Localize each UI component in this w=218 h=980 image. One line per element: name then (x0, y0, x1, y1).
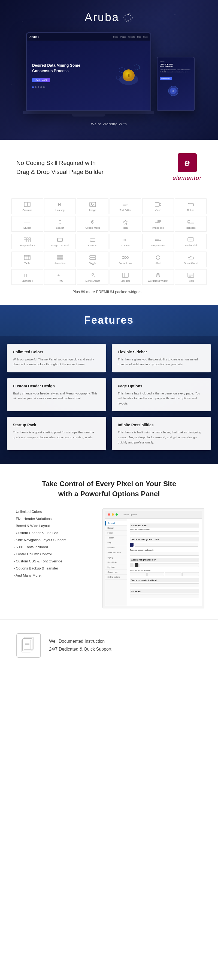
widget-toggle: Toggle (77, 251, 109, 267)
widget-image-box: Image box (142, 216, 174, 232)
google-maps-icon (89, 219, 96, 225)
widget-columns-label: Columns (22, 209, 32, 212)
progress-bar-icon (154, 237, 162, 243)
widget-accordion-label: Accordion (54, 262, 66, 265)
svg-text:i: i (158, 256, 159, 259)
widget-text-editor: Text Editor (109, 199, 141, 214)
feature-title-0: Unlimited Colors (13, 350, 100, 354)
panel-sidebar-blog[interactable]: Blog (105, 540, 127, 545)
tablet-logo: Aruba○ (160, 61, 192, 62)
panel-sidebar-footer[interactable]: Footer (105, 531, 127, 535)
laptop-stand (72, 115, 105, 116)
image-box-icon (154, 219, 162, 225)
dot-2 (38, 86, 39, 88)
options-list: - Unlimited Colors - Five Header Variati… (14, 508, 94, 579)
widget-alert: i Alert (142, 251, 174, 267)
svg-point-51 (90, 241, 91, 242)
panel-sidebar-styling[interactable]: Styling (105, 555, 127, 560)
tablet-body: Lorem ipsum dolor sit amet, consectetur … (160, 69, 192, 73)
svg-point-70 (124, 256, 127, 259)
elementor-e-letter: e (184, 157, 190, 169)
panel-field-5 (130, 595, 199, 598)
tablet-headline: DEFI FOR THEREAL WORLD (160, 64, 192, 67)
feature-title-3: Page Options (118, 384, 205, 388)
option-item-3: - Custom Header & Title Bar (14, 530, 94, 536)
laptop-screen: Aruba○ Home Pages Portfolio Blog Shop De… (27, 33, 151, 110)
svg-point-49 (90, 240, 91, 241)
panel-section-top-area: Show top area? (130, 523, 199, 528)
feature-title-4: Startup Pack (13, 423, 100, 427)
svg-marker-11 (134, 65, 139, 70)
svg-point-5 (125, 19, 126, 20)
svg-rect-19 (90, 202, 96, 207)
svg-rect-40 (24, 238, 26, 240)
widget-divider-label: Divider (23, 226, 31, 229)
toggle-icon (89, 255, 96, 261)
option-item-6: - Footer Column Control (14, 551, 94, 558)
widget-icon-box-label: Icon Box (186, 226, 196, 229)
panel-sidebar-general[interactable]: General (105, 521, 127, 526)
widgets-section: Columns H Heading Image Text Editor Vide… (0, 195, 218, 305)
laptop-content: Desired Data Mining SomeConsensus Proces… (27, 41, 151, 110)
panel-sidebar-custom-icon[interactable]: Custom icon (105, 570, 127, 575)
panel-sidebar-lightbox[interactable]: Lightbox (105, 565, 127, 570)
laptop-cta-btn: LEARN MORE (32, 78, 50, 82)
feature-card-unlimited-colors: Unlimited Colors With our powerful Theme… (7, 344, 106, 372)
feature-card-infinite: Infinite Possibilities This theme is bui… (112, 417, 211, 450)
documentation-icon (21, 637, 36, 654)
panel-section-bg: Top area background color (130, 538, 199, 541)
svg-text:₿: ₿ (128, 73, 130, 78)
panel-section-border: Top area border textfield (130, 578, 199, 582)
widget-image-box-label: Image box (152, 226, 164, 229)
widget-maps-label: Google Maps (85, 226, 100, 229)
laptop-text-area: Desired Data Mining SomeConsensus Proces… (32, 63, 108, 88)
option-item-8: - Options Backup & Transfer (14, 565, 94, 572)
svg-rect-36 (188, 221, 190, 223)
icon-icon (122, 219, 129, 225)
option-item-7: - Custom CSS & Font Override (14, 558, 94, 565)
icon-box-icon (187, 219, 195, 225)
svg-rect-65 (57, 257, 63, 259)
widget-divider: Divider (11, 216, 43, 232)
sidebar-icon (122, 272, 129, 278)
laptop-nav: Aruba○ Home Pages Portfolio Blog Shop (27, 33, 151, 41)
option-item-2: - Boxed & Wide Layout (14, 522, 94, 530)
widget-table: Table (11, 251, 43, 267)
features-header: Features (0, 305, 218, 336)
panel-section-show-top: Show top (130, 589, 199, 593)
widget-posts: Posts (175, 269, 207, 285)
panel-sidebar-woo[interactable]: WooCommerce (105, 550, 127, 555)
panel-sidebar-header[interactable]: Header (105, 526, 127, 531)
panel-sidebar-titlebar[interactable]: Titlebar (105, 535, 127, 540)
heading-icon: H (56, 202, 64, 207)
panel-sidebar-styling-options[interactable]: Styling options (105, 575, 127, 579)
widget-testimonial-label: Testimonial (184, 244, 197, 247)
footer-line1: Well Documented Instruction (49, 638, 111, 646)
footer-text: Well Documented Instruction 24/7 Dedicat… (49, 638, 111, 653)
widget-social-icons: Social Icons (109, 251, 141, 267)
dot-3 (40, 86, 42, 88)
nav-links: Home Pages Portfolio Blog Shop (113, 36, 148, 38)
svg-rect-63 (57, 255, 63, 257)
options-section: Take Control of Every Pixel on Your Site… (0, 464, 218, 619)
panel-sidebar-social[interactable]: Social links (105, 560, 127, 565)
panel-sidebar-portfolio[interactable]: Portfolio (105, 545, 127, 550)
svg-text:$: $ (173, 89, 174, 92)
widget-sidebar-label: Side Bar (121, 280, 130, 282)
feature-title-5: Infinite Possibilities (118, 423, 205, 427)
widget-alert-label: Alert (155, 262, 161, 265)
laptop-illustration: ₿ (112, 62, 145, 89)
panel-field-2: Top area background opacity (130, 549, 199, 555)
shortcode-icon: [ ] (23, 272, 31, 278)
image-carousel-icon (56, 237, 64, 243)
panel-mockup-inner: Theme Options General Header Footer Titl… (105, 511, 202, 606)
widget-video: Video (142, 199, 174, 214)
widget-counter-label: Counter (121, 244, 130, 247)
widget-shortcode: [ ] Shortcode (11, 269, 43, 285)
widget-heading-label: Heading (55, 209, 64, 212)
nav-logo-small: Aruba○ (29, 35, 39, 38)
svg-rect-44 (26, 240, 28, 242)
footer-section: Well Documented Instruction 24/7 Dedicat… (0, 619, 218, 671)
counter-icon: 0+ (122, 237, 129, 243)
svg-rect-68 (90, 258, 96, 259)
